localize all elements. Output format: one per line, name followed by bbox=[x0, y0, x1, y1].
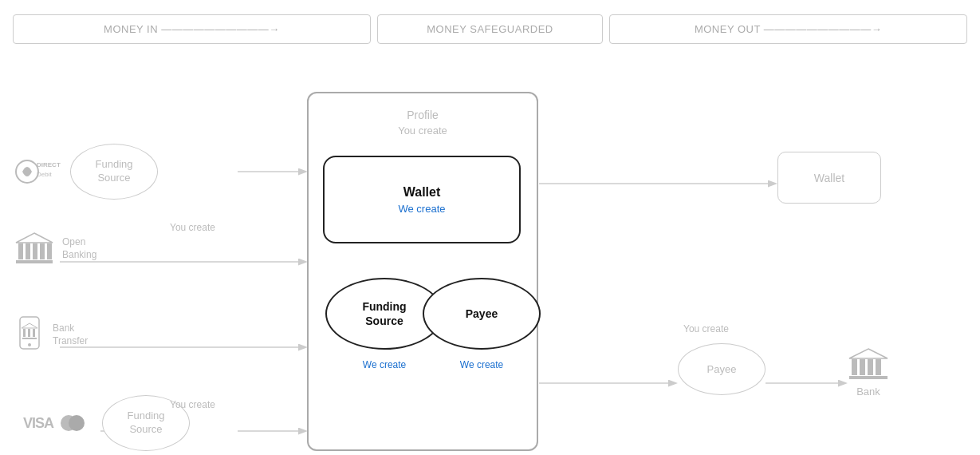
wallet-right-rect: Wallet bbox=[777, 152, 881, 204]
money-out-label: MONEY OUT bbox=[695, 23, 761, 35]
svg-rect-33 bbox=[849, 376, 888, 379]
svg-marker-28 bbox=[849, 349, 888, 358]
svg-rect-29 bbox=[852, 359, 857, 375]
svg-rect-21 bbox=[23, 329, 26, 337]
svg-rect-15 bbox=[33, 243, 37, 259]
svg-text:DIRECT: DIRECT bbox=[37, 161, 61, 168]
direct-debit-icon: DIRECT Debit bbox=[14, 152, 62, 192]
money-out-arrow: ——————————→ bbox=[764, 23, 883, 35]
payee-inner-ellipse: Payee We create bbox=[423, 278, 541, 350]
svg-rect-30 bbox=[860, 359, 865, 375]
visa-mc-icon: VISA bbox=[14, 406, 94, 441]
svg-marker-12 bbox=[16, 233, 53, 243]
diagram: Profile You create Wallet We create Fund… bbox=[0, 64, 980, 455]
open-banking-row: OpenBanking bbox=[14, 231, 96, 267]
svg-rect-31 bbox=[868, 359, 873, 375]
money-in-arrow: ——————————→ bbox=[161, 23, 280, 35]
profile-title: Profile bbox=[307, 108, 538, 124]
bank-transfer-row: BankTransfer bbox=[14, 315, 88, 355]
bank-transfer-label: BankTransfer bbox=[53, 322, 88, 347]
you-create-label-1: You create bbox=[170, 222, 215, 233]
bank-transfer-icon bbox=[14, 315, 45, 355]
payee-inner-sub: We create bbox=[424, 359, 539, 370]
svg-rect-23 bbox=[33, 329, 35, 337]
bank-right-icon bbox=[848, 347, 889, 384]
svg-point-27 bbox=[69, 415, 85, 431]
payee-right-oval: Payee bbox=[678, 343, 766, 395]
svg-rect-32 bbox=[876, 359, 881, 375]
you-create-label-4: You create bbox=[170, 399, 215, 410]
wallet-inner-sub: We create bbox=[398, 203, 445, 215]
money-in-label: MONEY IN bbox=[104, 23, 158, 35]
svg-rect-18 bbox=[16, 260, 53, 263]
open-banking-label: OpenBanking bbox=[62, 236, 96, 261]
banner-safeguarded: MONEY SAFEGUARDED bbox=[377, 14, 603, 44]
open-banking-icon bbox=[14, 231, 54, 267]
bank-right-container: Bank bbox=[848, 347, 889, 398]
visa-row: VISA FundingSource bbox=[14, 395, 190, 451]
you-create-right-label: You create bbox=[683, 323, 729, 334]
svg-rect-17 bbox=[47, 243, 52, 259]
profile-sub: You create bbox=[307, 124, 538, 138]
top-banners: MONEY IN ——————————→ MONEY SAFEGUARDED M… bbox=[0, 0, 980, 44]
svg-text:Debit: Debit bbox=[37, 171, 52, 178]
svg-rect-14 bbox=[26, 243, 30, 259]
svg-marker-20 bbox=[22, 323, 37, 328]
payee-right-label: Payee bbox=[707, 363, 737, 375]
safeguarded-label: MONEY SAFEGUARDED bbox=[427, 23, 553, 35]
banner-money-in: MONEY IN ——————————→ bbox=[13, 14, 371, 44]
svg-rect-13 bbox=[18, 243, 23, 259]
banner-money-out: MONEY OUT ——————————→ bbox=[609, 14, 967, 44]
visa-text: VISA bbox=[23, 415, 53, 432]
svg-point-25 bbox=[28, 343, 31, 346]
svg-rect-16 bbox=[40, 243, 45, 259]
profile-label: Profile You create bbox=[307, 108, 538, 138]
wallet-inner-box: Wallet We create bbox=[323, 156, 521, 243]
bank-right-label: Bank bbox=[856, 386, 880, 398]
svg-rect-24 bbox=[22, 338, 37, 339]
center-box bbox=[307, 92, 538, 451]
wallet-inner-title: Wallet bbox=[403, 185, 441, 200]
funding-source-inner-title: FundingSource bbox=[362, 299, 406, 328]
svg-rect-22 bbox=[28, 329, 30, 337]
direct-debit-row: DIRECT Debit FundingSource bbox=[14, 144, 158, 200]
payee-inner-title: Payee bbox=[466, 307, 498, 320]
wallet-right-label: Wallet bbox=[814, 172, 844, 184]
funding-oval-direct-debit: FundingSource bbox=[70, 144, 158, 200]
